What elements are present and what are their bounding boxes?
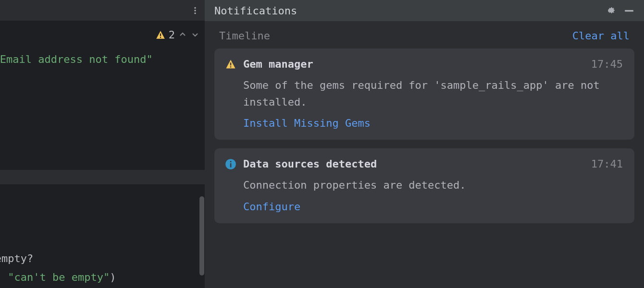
notification-time: 17:41	[591, 158, 623, 170]
notification-card: Data sources detected 17:41 Connection p…	[214, 148, 634, 223]
code-block-1: = "Email address not found"	[0, 50, 153, 69]
svg-rect-4	[160, 36, 161, 37]
notification-body: Some of the gems required for 'sample_ra…	[225, 77, 623, 110]
more-menu-button[interactable]	[189, 5, 201, 16]
clear-all-link[interactable]: Clear all	[572, 30, 630, 42]
notifications-title: Notifications	[214, 5, 297, 17]
svg-point-0	[194, 7, 196, 8]
warning-icon	[225, 59, 236, 70]
svg-rect-9	[230, 163, 232, 167]
notification-time: 17:45	[591, 58, 623, 70]
info-icon	[225, 158, 236, 170]
inspection-bar[interactable]: 2	[155, 29, 200, 41]
svg-point-1	[194, 10, 196, 11]
editor-panel: 2 = "Email address not found" sword].emp…	[0, 0, 205, 288]
notifications-subheader: Timeline Clear all	[205, 21, 644, 48]
scrollbar-thumb[interactable]	[199, 196, 204, 276]
chevron-up-icon[interactable]	[178, 29, 187, 41]
notification-title: Data sources detected	[243, 158, 584, 170]
gear-icon[interactable]	[605, 5, 615, 16]
code-block-2: sword].empty? assword, "can't be empty")	[0, 249, 116, 287]
notifications-panel: Notifications Timeline Clear all	[205, 0, 644, 288]
minimize-icon[interactable]	[624, 5, 634, 16]
notification-body: Connection properties are detected.	[225, 177, 623, 193]
timeline-label: Timeline	[219, 30, 270, 42]
svg-rect-10	[230, 161, 232, 162]
editor-area[interactable]: 2 = "Email address not found" sword].emp…	[0, 21, 205, 288]
inspection-count: 2	[169, 29, 175, 41]
code-text: assword,	[0, 271, 8, 283]
notification-action-link[interactable]: Configure	[225, 201, 623, 213]
svg-rect-6	[230, 62, 231, 65]
notifications-header: Notifications	[205, 0, 644, 21]
editor-toolbar	[0, 0, 205, 21]
svg-point-2	[194, 12, 196, 13]
notification-title: Gem manager	[243, 58, 584, 70]
warning-icon	[155, 30, 166, 40]
notifications-list: Gem manager 17:45 Some of the gems requi…	[205, 48, 644, 223]
notification-action-link[interactable]: Install Missing Gems	[225, 117, 623, 129]
code-string: "Email address not found"	[0, 53, 153, 65]
svg-rect-5	[625, 10, 633, 12]
svg-rect-7	[230, 66, 231, 67]
chevron-down-icon[interactable]	[190, 29, 200, 41]
editor-separator	[0, 170, 205, 184]
code-text: )	[110, 271, 116, 283]
code-text: sword].empty?	[0, 252, 33, 264]
svg-rect-3	[160, 33, 161, 36]
code-string: "can't be empty"	[8, 271, 110, 283]
notification-card: Gem manager 17:45 Some of the gems requi…	[214, 48, 634, 140]
